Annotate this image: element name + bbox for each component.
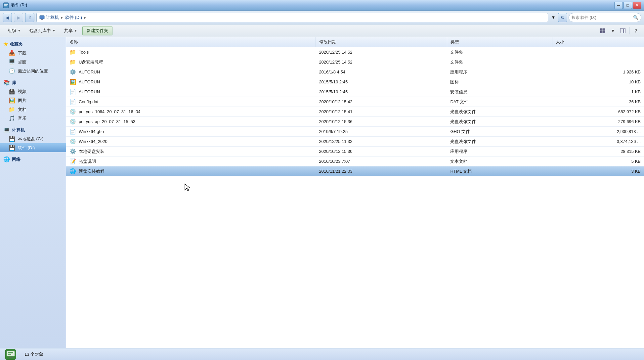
forward-button[interactable]: ▶ xyxy=(14,13,23,22)
sidebar-item-drive-c[interactable]: 💾 本地磁盘 (C:) xyxy=(0,134,66,143)
svg-rect-5 xyxy=(41,19,43,20)
file-name-cell-5[interactable]: 📄Config.dat xyxy=(66,97,316,107)
window-title: 软件 (D:) xyxy=(11,2,27,8)
sidebar-item-recent[interactable]: 🕐 最近访问的位置 xyxy=(0,67,66,75)
search-icon: 🔍 xyxy=(633,15,638,20)
sidebar-item-pictures[interactable]: 🖼️ 图片 xyxy=(0,96,66,105)
sidebar-library-title[interactable]: 📚 库 xyxy=(0,78,66,87)
share-button[interactable]: 共享 ▼ xyxy=(61,26,81,35)
file-name-cell-4[interactable]: 📄AUTORUN xyxy=(66,87,316,97)
sidebar-item-music[interactable]: 🎵 音乐 xyxy=(0,114,66,123)
file-type-4: 安装信息 xyxy=(447,87,552,97)
file-name-cell-1[interactable]: 📁U盘安装教程 xyxy=(66,57,316,67)
preview-button[interactable] xyxy=(619,26,627,35)
table-row[interactable]: 📝光盘说明2016/10/23 7:07文本文档5 KB xyxy=(66,157,644,166)
table-row[interactable]: 💿pe_yqs_xp_20_07_31_15_532020/10/12 15:3… xyxy=(66,117,644,127)
view-options-button[interactable] xyxy=(599,26,607,35)
col-type[interactable]: 类型 xyxy=(447,37,552,47)
table-row[interactable]: 📄Win7x64.gho2019/9/7 19:25GHO 文件2,900,81… xyxy=(66,127,644,137)
file-name-cell-6[interactable]: 💿pe_yqs_1064_20_07_31_16_04 xyxy=(66,107,316,117)
window-controls[interactable]: ─ □ ✕ xyxy=(614,2,641,9)
table-row[interactable]: ⚙️AUTORUN2016/1/8 4:54应用程序1,926 KB xyxy=(66,67,644,77)
sidebar-section-favorites: ★ 收藏夹 📥 下载 🖥️ 桌面 🕐 最近访问的位置 xyxy=(0,40,66,75)
table-row[interactable]: 💿pe_yqs_1064_20_07_31_16_042020/10/12 15… xyxy=(66,107,644,117)
svg-rect-15 xyxy=(7,351,15,356)
file-name-cell-9[interactable]: 💿Win7x64_2020 xyxy=(66,137,316,147)
table-row[interactable]: 🖼️AUTORUN2015/5/10 2:45图标10 KB xyxy=(66,77,644,87)
file-modified-12: 2016/11/21 22:03 xyxy=(316,166,447,176)
file-icon-0: 📁 xyxy=(69,49,76,55)
table-row[interactable]: ⚙️本地硬盘安装2020/10/12 15:30应用程序28,315 KB xyxy=(66,147,644,157)
table-row[interactable]: 📁Tools2020/12/25 14:52文件夹 xyxy=(66,47,644,57)
music-icon: 🎵 xyxy=(9,115,15,121)
file-size-5: 36 KB xyxy=(552,97,644,107)
status-app-icon xyxy=(4,348,17,360)
file-type-0: 文件夹 xyxy=(447,47,552,57)
file-icon-8: 📄 xyxy=(69,128,76,135)
file-name-cell-0[interactable]: 📁Tools xyxy=(66,47,316,57)
back-button[interactable]: ◀ xyxy=(3,13,12,22)
help-button[interactable]: ? xyxy=(631,26,640,35)
sidebar: ★ 收藏夹 📥 下载 🖥️ 桌面 🕐 最近访问的位置 📚 库 xyxy=(0,37,66,348)
sidebar-item-desktop[interactable]: 🖥️ 桌面 xyxy=(0,58,66,67)
sidebar-item-downloads[interactable]: 📥 下载 xyxy=(0,49,66,58)
file-area[interactable]: 名称 修改日期 类型 大小 📁Tools2020/12/25 14:52文件夹📁… xyxy=(66,37,644,348)
maximize-button[interactable]: □ xyxy=(623,2,632,9)
sidebar-computer-title[interactable]: 💻 计算机 xyxy=(0,125,66,134)
file-name-cell-11[interactable]: 📝光盘说明 xyxy=(66,157,316,166)
title-bar-left: 软件 (D:) xyxy=(3,2,27,9)
view-dropdown-button[interactable]: ▼ xyxy=(609,26,617,35)
svg-rect-18 xyxy=(9,357,13,358)
sidebar-favorites-title[interactable]: ★ 收藏夹 xyxy=(0,40,66,49)
file-name-4: AUTORUN xyxy=(79,89,100,94)
up-button[interactable]: ⇧ xyxy=(25,13,34,22)
organize-button[interactable]: 组织 ▼ xyxy=(4,26,24,35)
minimize-button[interactable]: ─ xyxy=(614,2,623,9)
table-row[interactable]: 📁U盘安装教程2020/12/25 14:52文件夹 xyxy=(66,57,644,67)
share-arrow: ▼ xyxy=(74,29,77,32)
file-icon-12: 🌐 xyxy=(69,168,76,174)
file-name-cell-2[interactable]: ⚙️AUTORUN xyxy=(66,67,316,77)
refresh-button[interactable]: ↻ xyxy=(558,13,567,22)
table-row[interactable]: 📄AUTORUN2015/5/10 2:45安装信息1 KB xyxy=(66,87,644,97)
svg-rect-3 xyxy=(4,7,7,7)
desktop-icon: 🖥️ xyxy=(9,59,15,65)
file-name-cell-10[interactable]: ⚙️本地硬盘安装 xyxy=(66,147,316,157)
path-arrow-2: ► xyxy=(83,16,87,20)
path-computer[interactable]: 计算机 xyxy=(46,15,59,21)
file-name-cell-12[interactable]: 🌐硬盘安装教程 xyxy=(66,166,316,176)
file-size-6: 652,072 KB xyxy=(552,107,644,117)
table-row[interactable]: 🌐硬盘安装教程2016/11/21 22:03HTML 文档3 KB xyxy=(66,166,644,176)
col-modified[interactable]: 修改日期 xyxy=(316,37,447,47)
file-name-cell-3[interactable]: 🖼️AUTORUN xyxy=(66,77,316,87)
search-input[interactable] xyxy=(572,15,632,20)
new-folder-button[interactable]: 新建文件夹 xyxy=(82,26,112,35)
sidebar-item-documents[interactable]: 📁 文档 xyxy=(0,105,66,114)
include-library-button[interactable]: 包含到库中 ▼ xyxy=(26,26,59,35)
address-dropdown[interactable]: ▼ xyxy=(550,13,557,22)
close-button[interactable]: ✕ xyxy=(633,2,641,9)
sidebar-item-video[interactable]: 🎬 视频 xyxy=(0,87,66,96)
table-header-row: 名称 修改日期 类型 大小 xyxy=(66,37,644,47)
file-name-1: U盘安装教程 xyxy=(79,59,103,65)
address-bar: ◀ ▶ ⇧ 计算机 ► 软件 (D:) ► ▼ ↻ 🔍 xyxy=(0,11,644,24)
file-size-8: 2,900,813 ... xyxy=(552,127,644,137)
col-size[interactable]: 大小 xyxy=(552,37,644,47)
table-row[interactable]: 💿Win7x64_20202020/12/25 11:32光盘映像文件3,874… xyxy=(66,137,644,147)
address-path[interactable]: 计算机 ► 软件 (D:) ► xyxy=(36,13,548,22)
search-box[interactable]: 🔍 xyxy=(569,13,641,22)
file-type-12: HTML 文档 xyxy=(447,166,552,176)
table-row[interactable]: 📄Config.dat2020/10/12 15:42DAT 文件36 KB xyxy=(66,97,644,107)
path-drive[interactable]: 软件 (D:) xyxy=(65,15,82,21)
file-modified-4: 2015/5/10 2:45 xyxy=(316,87,447,97)
file-type-6: 光盘映像文件 xyxy=(447,107,552,117)
col-name[interactable]: 名称 xyxy=(66,37,316,47)
file-name-cell-8[interactable]: 📄Win7x64.gho xyxy=(66,127,316,137)
file-modified-1: 2020/12/25 14:52 xyxy=(316,57,447,67)
toolbar-right: ▼ ? xyxy=(599,26,640,35)
file-modified-2: 2016/1/8 4:54 xyxy=(316,67,447,77)
file-name-cell-7[interactable]: 💿pe_yqs_xp_20_07_31_15_53 xyxy=(66,117,316,127)
sidebar-item-drive-d[interactable]: 💾 软件 (D:) xyxy=(0,143,66,152)
sidebar-network-title[interactable]: 🌐 网络 xyxy=(0,155,66,164)
file-modified-5: 2020/10/12 15:42 xyxy=(316,97,447,107)
